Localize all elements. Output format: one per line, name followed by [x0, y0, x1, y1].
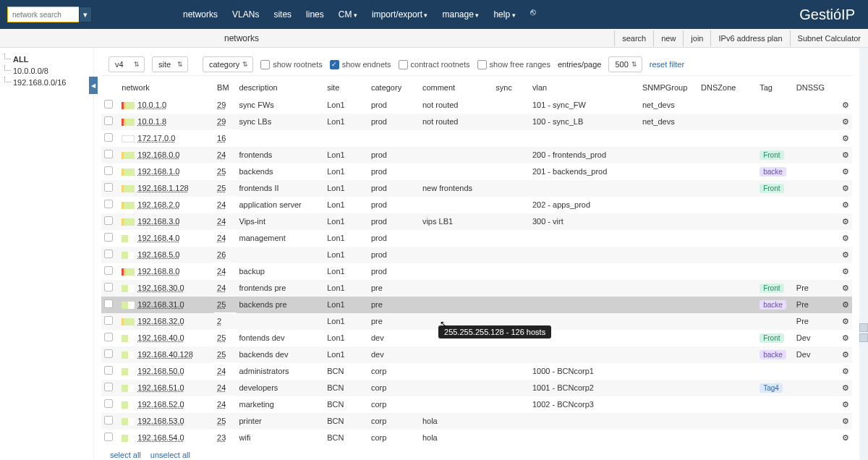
col-dnszone[interactable]: DNSZone [698, 79, 757, 97]
gear-icon[interactable]: ⚙ [838, 313, 852, 330]
network-link[interactable]: 192.168.40.0 [137, 333, 184, 342]
show-free-ranges-checkbox[interactable]: show free ranges [477, 60, 550, 69]
subbar-join[interactable]: join [683, 30, 710, 46]
row-checkbox[interactable] [104, 133, 113, 142]
network-link[interactable]: 192.168.31.0 [137, 300, 184, 309]
row-checkbox[interactable] [104, 383, 113, 391]
network-link[interactable]: 192.168.1.0 [137, 167, 179, 176]
gear-icon[interactable]: ⚙ [838, 263, 852, 280]
network-link[interactable]: 192.168.2.0 [137, 200, 179, 209]
gear-icon[interactable]: ⚙ [838, 97, 852, 114]
table-row[interactable]: 192.168.4.024managementLon1prod⚙ [101, 230, 852, 247]
network-link[interactable]: 192.168.53.0 [137, 417, 184, 425]
col-sync[interactable]: sync [493, 79, 529, 97]
gear-icon[interactable]: ⚙ [838, 430, 852, 446]
search-input[interactable] [7, 7, 80, 22]
table-row[interactable]: 192.168.30.024frontends preLon1preFrontP… [101, 280, 852, 297]
table-row[interactable]: 192.168.51.024developersBCNcorp1001 - BC… [101, 380, 852, 396]
gear-icon[interactable]: ⚙ [838, 180, 852, 197]
table-row[interactable]: 192.168.31.025backends preLon1prebackePr… [101, 297, 852, 313]
row-checkbox[interactable] [104, 333, 113, 341]
network-link[interactable]: 192.168.30.0 [137, 284, 184, 292]
ipversion-select[interactable]: v4 [109, 56, 145, 72]
network-link[interactable]: 10.0.1.0 [137, 101, 166, 109]
row-checkbox[interactable] [104, 166, 113, 175]
subbar-calc[interactable]: Subnet Calculator [790, 30, 868, 46]
col-bm[interactable]: BM [214, 79, 236, 97]
network-link[interactable]: 192.168.8.0 [137, 267, 179, 276]
table-row[interactable]: 192.168.52.024marketingBCNcorp1002 - BCN… [101, 396, 852, 413]
unselect-all-link[interactable]: unselect all [150, 451, 190, 459]
gear-icon[interactable]: ⚙ [838, 163, 852, 180]
select-all-link[interactable]: select all [110, 451, 141, 459]
gear-icon[interactable]: ⚙ [838, 197, 852, 213]
row-checkbox[interactable] [104, 200, 113, 208]
gear-icon[interactable]: ⚙ [838, 130, 852, 147]
col-site[interactable]: site [324, 79, 368, 97]
col-snmpgroup[interactable]: SNMPGroup [639, 79, 698, 97]
tree-item[interactable]: 192.168.0.0/16 [4, 77, 89, 88]
network-link[interactable]: 192.168.54.0 [137, 433, 184, 442]
network-link[interactable]: 192.168.32.0 [137, 317, 184, 325]
network-link[interactable]: 10.0.1.8 [137, 117, 166, 126]
network-link[interactable]: 192.168.3.0 [137, 217, 179, 226]
gear-icon[interactable]: ⚙ [838, 213, 852, 230]
gear-icon[interactable]: ⚙ [838, 413, 852, 430]
tree-item[interactable]: 10.0.0.0/8 [4, 65, 89, 77]
show-rootnets-checkbox[interactable]: show rootnets [260, 60, 322, 69]
col-category[interactable]: category [368, 79, 420, 97]
row-checkbox[interactable] [104, 283, 113, 291]
scroll-up-icon[interactable] [859, 323, 868, 332]
table-row[interactable]: 192.168.1.12825frontends IILon1prodnew f… [101, 180, 852, 197]
table-row[interactable]: 192.168.32.02255.255.255.128 - 126 hosts… [101, 313, 852, 330]
table-row[interactable]: 192.168.2.024application serverLon1prod2… [101, 197, 852, 213]
contract-rootnets-checkbox[interactable]: contract rootnets [399, 60, 470, 69]
nav-vlans[interactable]: VLANs [228, 7, 263, 22]
gear-icon[interactable]: ⚙ [838, 346, 852, 363]
scroll-down-icon[interactable] [859, 333, 868, 342]
table-row[interactable]: 192.168.3.024Vips-intLon1prodvips LB1300… [101, 213, 852, 230]
table-row[interactable]: 192.168.8.024backupLon1prod⚙ [101, 263, 852, 280]
table-row[interactable]: 192.168.0.024frontendsLon1prod200 - fron… [101, 147, 852, 163]
table-row[interactable]: 192.168.5.026Lon1prod⚙ [101, 247, 852, 263]
reset-filter-link[interactable]: reset filter [650, 60, 684, 69]
table-row[interactable]: 192.168.50.024administratorsBCNcorp1000 … [101, 363, 852, 380]
tree-root[interactable]: ALL [4, 54, 89, 65]
nav-manage[interactable]: manage [438, 7, 484, 22]
row-checkbox[interactable] [104, 100, 113, 108]
gear-icon[interactable]: ⚙ [838, 396, 852, 413]
col-vlan[interactable]: vlan [529, 79, 639, 97]
gear-icon[interactable]: ⚙ [838, 247, 852, 263]
gear-icon[interactable]: ⚙ [838, 114, 852, 130]
gear-icon[interactable]: ⚙ [838, 380, 852, 396]
subbar-ipv6[interactable]: IPv6 address plan [710, 30, 789, 46]
gear-icon[interactable]: ⚙ [838, 230, 852, 247]
col-description[interactable]: description [237, 79, 325, 97]
row-checkbox[interactable] [104, 183, 113, 192]
col-tag[interactable]: Tag [757, 79, 793, 97]
subbar-new[interactable]: new [653, 30, 683, 46]
row-checkbox[interactable] [104, 250, 113, 258]
network-link[interactable]: 192.168.5.0 [137, 250, 179, 259]
nav-help[interactable]: help [489, 7, 519, 22]
row-checkbox[interactable] [104, 316, 113, 325]
table-row[interactable]: 192.168.40.12825backends devLon1devbacke… [101, 346, 852, 363]
table-row[interactable]: 10.0.1.829sync LBsLon1prodnot routed100 … [101, 114, 852, 130]
site-select[interactable]: site [152, 56, 188, 72]
nav-sites[interactable]: sites [269, 7, 296, 22]
row-checkbox[interactable] [104, 216, 113, 225]
gear-icon[interactable]: ⚙ [838, 297, 852, 313]
network-link[interactable]: 192.168.40.128 [137, 350, 192, 359]
row-checkbox[interactable] [104, 233, 113, 242]
network-link[interactable]: 192.168.50.0 [137, 367, 184, 375]
table-row[interactable]: 10.0.1.029sync FWsLon1prodnot routed101 … [101, 97, 852, 114]
gear-icon[interactable]: ⚙ [838, 280, 852, 297]
row-checkbox[interactable] [104, 366, 113, 375]
row-checkbox[interactable] [104, 266, 113, 275]
table-row[interactable]: 172.17.0.016⚙ [101, 130, 852, 147]
row-checkbox[interactable] [104, 399, 113, 408]
row-checkbox[interactable] [104, 433, 113, 441]
entries-input[interactable]: 500 [608, 56, 642, 72]
network-link[interactable]: 192.168.52.0 [137, 400, 184, 409]
table-row[interactable]: 192.168.54.023wifiBCNcorphola⚙ [101, 430, 852, 446]
